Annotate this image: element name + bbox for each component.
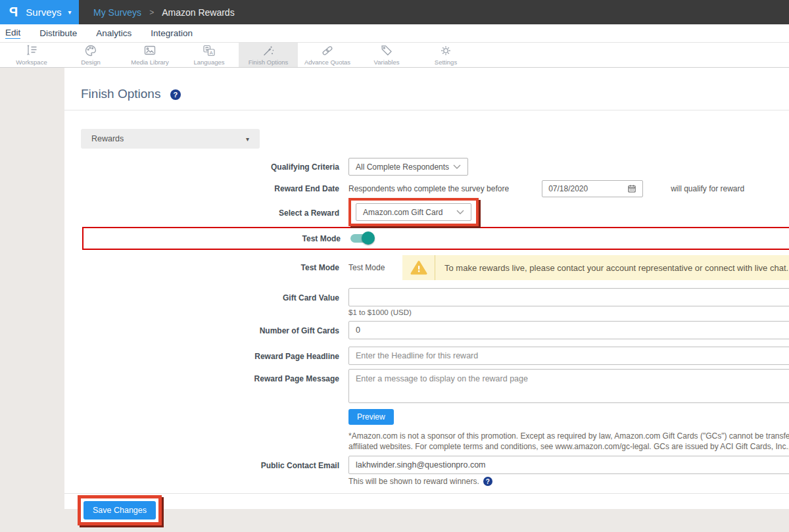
reward-page-headline-label: Reward Page Headline xyxy=(64,347,348,365)
test-mode-row: Test Mode xyxy=(82,227,789,250)
qualifying-criteria-label: Qualifying Criteria xyxy=(64,162,348,172)
edit-toolbar: Workspace Design Media Library xyxy=(0,43,789,68)
page-title-block: Finish Options ? xyxy=(64,68,789,110)
toolbar-item-design[interactable]: Design xyxy=(61,43,120,67)
gift-card-value-hint: $1 to $1000 (USD) xyxy=(348,308,789,316)
qualifying-criteria-value: All Complete Respondents xyxy=(356,162,449,172)
rewards-section-dropdown[interactable]: Rewards ▾ xyxy=(81,129,260,149)
preview-button[interactable]: Preview xyxy=(348,409,394,425)
disclaimer-line-2: affiliated websites. For complete terms … xyxy=(348,441,789,452)
red-highlight-box-save: Save Changes xyxy=(78,495,162,525)
product-name: Surveys xyxy=(26,7,61,18)
questionpro-logo-icon: P xyxy=(9,5,18,20)
reward-end-date-value: 07/18/2020 xyxy=(548,184,588,193)
email-hint-text: This will be shown to reward winners. xyxy=(348,477,479,486)
help-icon[interactable]: ? xyxy=(483,477,492,486)
gear-icon xyxy=(439,44,453,57)
select-reward-select[interactable]: Amazon.com Gift Card xyxy=(356,203,471,221)
end-date-prefix-text: Respondents who complete the survey befo… xyxy=(348,184,509,193)
languages-icon: A xyxy=(202,44,216,57)
gift-card-value-input[interactable] xyxy=(348,288,789,306)
gift-card-value-label: Gift Card Value xyxy=(64,288,348,306)
test-mode-label: Test Mode xyxy=(84,234,350,243)
public-contact-email-label: Public Contact Email xyxy=(64,456,348,474)
reward-page-message-label: Reward Page Message xyxy=(64,369,348,403)
select-reward-value: Amazon.com Gift Card xyxy=(363,208,442,217)
toolbar-item-workspace[interactable]: Workspace xyxy=(2,43,61,67)
top-bar: P Surveys ▾ My Surveys > Amazon Rewards xyxy=(0,0,789,24)
gift-card-value-row: Gift Card Value xyxy=(64,288,789,306)
surveys-menu-button[interactable]: P Surveys ▾ xyxy=(0,0,79,24)
finish-options-panel: Finish Options ? Rewards ▾ Qualifying Cr… xyxy=(64,68,789,509)
svg-text:A: A xyxy=(210,50,214,56)
qualifying-criteria-select[interactable]: All Complete Respondents xyxy=(348,158,468,176)
reward-page-headline-row: Reward Page Headline xyxy=(64,347,789,365)
red-highlight-box-select-reward: Amazon.com Gift Card xyxy=(348,198,479,226)
main-tabs: Edit Distribute Analytics Integration xyxy=(0,24,789,43)
select-reward-label: Select a Reward xyxy=(64,198,348,226)
media-library-icon xyxy=(143,44,157,57)
select-reward-row: Select a Reward Amazon.com Gift Card xyxy=(64,198,789,226)
number-of-gift-cards-label: Number of Gift Cards xyxy=(64,321,348,339)
toolbar-item-finish-options[interactable]: Finish Options xyxy=(239,43,298,67)
help-icon[interactable]: ? xyxy=(170,89,181,100)
warning-icon-cell xyxy=(402,255,435,280)
toolbar-item-advance-quotas[interactable]: Advance Quotas xyxy=(298,43,357,67)
reward-page-headline-input[interactable] xyxy=(348,347,789,365)
palette-icon xyxy=(84,44,98,57)
end-date-suffix-text: will qualify for reward xyxy=(671,184,744,193)
test-mode-info-row: Test Mode Test Mode To make rewards live… xyxy=(64,255,789,280)
public-contact-email-row: Public Contact Email xyxy=(64,456,789,474)
page-body: Finish Options ? Rewards ▾ Qualifying Cr… xyxy=(0,68,789,509)
tag-icon xyxy=(379,44,394,57)
test-mode-toggle[interactable] xyxy=(350,234,373,243)
reward-end-date-row: Reward End Date Respondents who complete… xyxy=(64,180,789,197)
chevron-down-icon: ▾ xyxy=(68,9,72,16)
toolbar-item-settings[interactable]: Settings xyxy=(416,43,475,67)
breadcrumb-my-surveys[interactable]: My Surveys xyxy=(93,7,141,18)
save-changes-button[interactable]: Save Changes xyxy=(84,501,156,520)
reward-page-message-textarea[interactable] xyxy=(348,369,789,403)
reward-end-date-label: Reward End Date xyxy=(64,184,348,193)
toolbar-item-languages[interactable]: A Languages xyxy=(179,43,239,67)
public-contact-email-hint: This will be shown to reward winners. ? xyxy=(348,477,789,486)
breadcrumb-current: Amazon Rewards xyxy=(162,7,235,18)
toolbar-item-media-library[interactable]: Media Library xyxy=(120,43,179,67)
tab-distribute[interactable]: Distribute xyxy=(39,28,77,38)
chevron-down-icon xyxy=(456,210,464,214)
number-of-gift-cards-row: Number of Gift Cards xyxy=(64,321,789,339)
number-of-gift-cards-input[interactable] xyxy=(348,321,789,339)
chain-links-icon xyxy=(320,44,335,57)
toggle-knob xyxy=(362,231,375,245)
caret-down-icon: ▾ xyxy=(246,135,249,143)
reward-page-message-row: Reward Page Message xyxy=(64,369,789,403)
workspace-icon xyxy=(24,44,39,57)
chevron-down-icon xyxy=(453,164,461,169)
reward-end-date-input[interactable]: 07/18/2020 xyxy=(542,180,643,197)
magic-wand-icon xyxy=(261,44,275,57)
breadcrumb: My Surveys > Amazon Rewards xyxy=(79,0,789,24)
rewards-dropdown-value: Rewards xyxy=(91,134,124,143)
breadcrumb-separator: > xyxy=(149,8,154,17)
tab-analytics[interactable]: Analytics xyxy=(96,28,132,38)
divider xyxy=(64,493,789,494)
amazon-disclaimer: *Amazon.com is not a sponsor of this pro… xyxy=(348,431,789,452)
test-mode-info-label: Test Mode xyxy=(64,255,348,280)
toolbar-item-variables[interactable]: Variables xyxy=(357,43,416,67)
warning-banner: To make rewards live, please contact you… xyxy=(402,255,789,280)
app-window: P Surveys ▾ My Surveys > Amazon Rewards … xyxy=(0,0,789,532)
warning-text: To make rewards live, please contact you… xyxy=(435,255,789,280)
calendar-icon xyxy=(627,184,636,193)
page-title: Finish Options xyxy=(81,87,160,101)
warning-triangle-icon xyxy=(410,260,427,276)
disclaimer-line-1: *Amazon.com is not a sponsor of this pro… xyxy=(348,431,789,441)
tab-edit[interactable]: Edit xyxy=(5,28,20,39)
tab-integration[interactable]: Integration xyxy=(151,28,193,38)
qualifying-criteria-row: Qualifying Criteria All Complete Respond… xyxy=(64,158,789,176)
test-mode-status-text: Test Mode xyxy=(348,255,402,272)
public-contact-email-input[interactable] xyxy=(348,456,789,474)
